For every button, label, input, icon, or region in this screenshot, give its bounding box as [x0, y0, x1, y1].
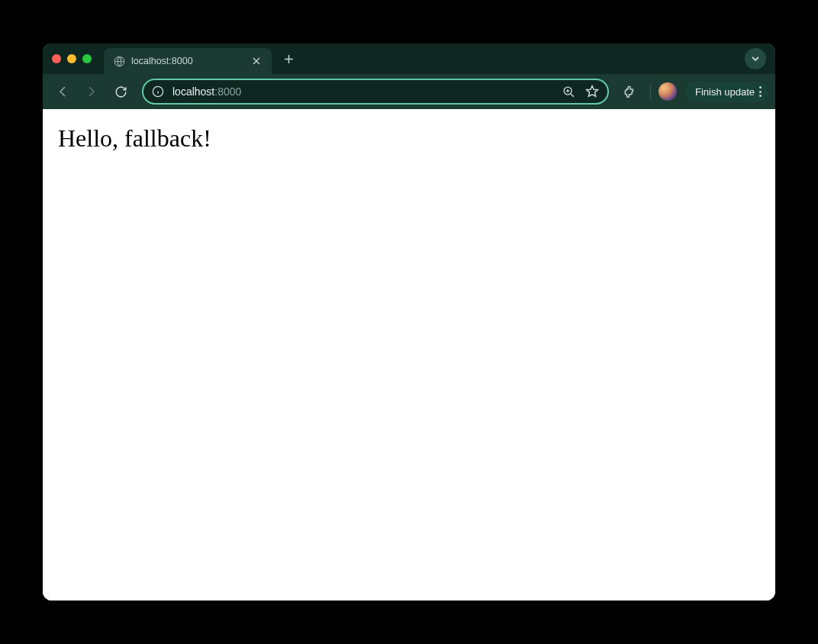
toolbar-divider	[650, 84, 651, 99]
tab-title: localhost:8000	[131, 56, 244, 66]
window-maximize-button[interactable]	[82, 54, 92, 63]
window-controls	[52, 54, 92, 63]
reload-button[interactable]	[108, 79, 133, 104]
tab-bar: localhost:8000	[43, 43, 775, 74]
browser-tab[interactable]: localhost:8000	[104, 48, 272, 74]
window-close-button[interactable]	[52, 54, 61, 63]
update-label: Finish update	[695, 86, 755, 98]
window-minimize-button[interactable]	[67, 54, 76, 63]
tab-search-button[interactable]	[745, 48, 766, 69]
extensions-icon[interactable]	[618, 79, 642, 104]
finish-update-button[interactable]: Finish update	[684, 82, 768, 102]
browser-window: localhost:8000	[43, 43, 775, 601]
toolbar: localhost:8000	[43, 74, 775, 109]
globe-icon	[113, 55, 125, 67]
new-tab-button[interactable]	[278, 48, 299, 69]
address-bar[interactable]: localhost:8000	[142, 79, 609, 105]
profile-avatar[interactable]	[659, 82, 677, 101]
page-viewport: Hello, fallback!	[43, 109, 775, 601]
url-text: localhost:8000	[172, 85, 554, 98]
site-info-icon[interactable]	[151, 85, 165, 98]
url-port: :8000	[214, 85, 241, 98]
url-host: localhost	[172, 85, 214, 98]
page-heading: Hello, fallback!	[58, 124, 760, 153]
back-button[interactable]	[50, 79, 75, 104]
kebab-menu-icon	[759, 86, 762, 97]
zoom-icon[interactable]	[562, 84, 577, 99]
browser-chrome: localhost:8000	[43, 43, 775, 109]
bookmark-star-icon[interactable]	[585, 84, 600, 99]
forward-button[interactable]	[79, 79, 104, 104]
tab-close-button[interactable]	[250, 55, 262, 67]
